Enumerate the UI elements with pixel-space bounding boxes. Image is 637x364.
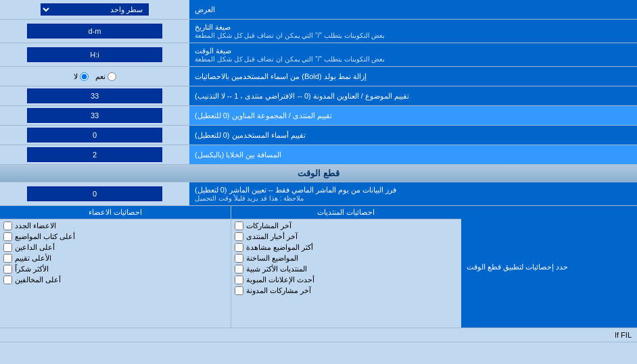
cutoff-input[interactable] bbox=[27, 186, 162, 201]
checkbox-col1-5[interactable] bbox=[235, 276, 243, 284]
display-input-cell: سطر واحدسطرينثلاثة أسطر bbox=[0, 0, 189, 19]
checkbox-col1-0[interactable] bbox=[235, 222, 243, 230]
display-select[interactable]: سطر واحدسطرينثلاثة أسطر bbox=[41, 3, 149, 16]
topic-order-input[interactable] bbox=[27, 88, 162, 103]
col2-header: احصائيات الاعضاء bbox=[0, 206, 231, 219]
username-order-input-cell bbox=[0, 126, 189, 145]
date-format-input-cell bbox=[0, 20, 189, 43]
forum-order-input-cell bbox=[0, 106, 189, 125]
col2-checkboxes: الاعضاء الجدد أعلى كتاب المواضيع أعلى ال… bbox=[0, 219, 231, 328]
list-item: الاعضاء الجدد bbox=[3, 222, 227, 230]
checkbox-col2-4[interactable] bbox=[3, 265, 12, 274]
filter-row: If FIL bbox=[0, 328, 637, 342]
section-header: قطع الوقت bbox=[0, 165, 637, 182]
username-order-label: تقييم أسماء المستخدمين (0 للتعطيل) bbox=[189, 126, 637, 145]
checkbox-col1-2[interactable] bbox=[235, 243, 243, 252]
list-item: أعلى المخالفين bbox=[3, 276, 227, 284]
col1-header: احصائيات المنتديات bbox=[231, 206, 462, 219]
list-item: الأكثر شكراً bbox=[3, 265, 227, 274]
col1-checkboxes: آخر المشاركات آخر أخبار المنتدى أكثر الم… bbox=[231, 219, 462, 328]
topic-order-input-cell bbox=[0, 86, 189, 105]
list-item: أحدث الإعلانات المبوبة bbox=[235, 276, 458, 284]
username-order-input[interactable] bbox=[27, 128, 162, 142]
checkbox-col2-5[interactable] bbox=[3, 276, 12, 284]
cell-spacing-label: المسافة بين الخلايا (بالبكسل) bbox=[189, 145, 637, 164]
cell-spacing-input-cell bbox=[0, 145, 189, 164]
date-format-label: صيغة التاريخ بعض التكوينات يتطلب "/" الت… bbox=[189, 20, 637, 43]
forum-order-input[interactable] bbox=[27, 108, 162, 123]
stats-checkboxes-area: احصائيات المنتديات احصائيات الاعضاء آخر … bbox=[0, 206, 461, 328]
radio-no[interactable] bbox=[80, 72, 89, 81]
list-item: أعلى كتاب المواضيع bbox=[3, 232, 227, 241]
checkbox-col2-0[interactable] bbox=[3, 222, 12, 230]
list-item: آخر أخبار المنتدى bbox=[235, 232, 458, 241]
checkbox-col2-2[interactable] bbox=[3, 243, 12, 252]
stats-label: حدد إحصائيات لتطبيق قطع الوقت bbox=[461, 206, 637, 328]
list-item: المنتديات الأكثر شبية bbox=[235, 265, 458, 274]
checkbox-col1-4[interactable] bbox=[235, 265, 243, 274]
list-item: آخر المشاركات bbox=[235, 222, 458, 230]
radio-yes[interactable] bbox=[108, 72, 116, 81]
checkbox-col1-6[interactable] bbox=[235, 286, 243, 295]
list-item: أكثر المواضيع مشاهدة bbox=[235, 243, 458, 252]
display-label: العرض bbox=[189, 0, 637, 19]
forum-order-label: تقييم المنتدى / المجموعة المناوين (0 للت… bbox=[189, 106, 637, 125]
list-item: المواضيع الساخنة bbox=[235, 254, 458, 263]
checkbox-col1-1[interactable] bbox=[235, 232, 243, 241]
checkbox-col1-3[interactable] bbox=[235, 254, 243, 263]
time-format-input[interactable] bbox=[27, 47, 162, 62]
time-format-label: صيغة الوقت بعض التكوينات يتطلب "/" التي … bbox=[189, 43, 637, 66]
checkbox-col2-3[interactable] bbox=[3, 254, 12, 263]
date-format-input[interactable] bbox=[27, 24, 162, 38]
cutoff-label: فرز البيانات من يوم الماشر الماضي فقط --… bbox=[189, 182, 637, 205]
checkbox-col2-1[interactable] bbox=[3, 232, 12, 241]
bold-remove-label: إزالة نمط بولد (Bold) من اسماء المستخدمي… bbox=[189, 67, 637, 86]
cell-spacing-input[interactable] bbox=[27, 147, 162, 162]
radio-yes-label[interactable]: نعم bbox=[95, 72, 116, 81]
list-item: آخر مشاركات المدونة bbox=[235, 286, 458, 295]
list-item: أعلى الداعين bbox=[3, 243, 227, 252]
list-item: الأعلى تقييم bbox=[3, 254, 227, 263]
time-format-input-cell bbox=[0, 43, 189, 66]
topic-order-label: تقييم الموضوع / العناوين المدونة (0 -- ا… bbox=[189, 86, 637, 105]
bold-remove-radio-cell: نعم لا bbox=[0, 67, 189, 86]
cutoff-input-cell bbox=[0, 182, 189, 205]
radio-no-label[interactable]: لا bbox=[74, 72, 89, 81]
